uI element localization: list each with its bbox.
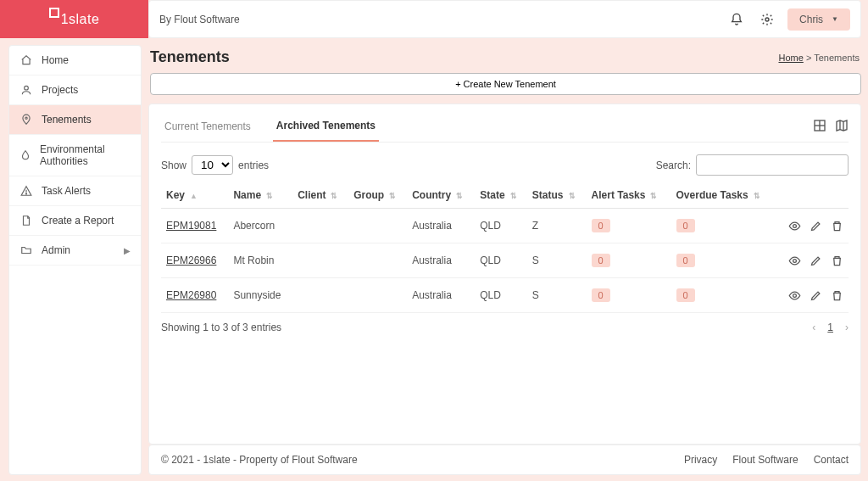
col-client[interactable]: Client⇅ <box>292 182 348 209</box>
view-button[interactable] <box>788 254 801 267</box>
edit-button[interactable] <box>810 289 822 302</box>
delete-button[interactable] <box>831 289 843 302</box>
svg-point-3 <box>25 193 26 194</box>
search-label: Search: <box>656 159 691 171</box>
map-view-button[interactable] <box>835 119 849 132</box>
sidebar-item-label: Task Alerts <box>42 185 91 197</box>
sidebar-item-task-alerts[interactable]: Task Alerts <box>9 176 141 206</box>
footer-privacy[interactable]: Privacy <box>684 454 717 466</box>
col-key[interactable]: Key▲ <box>161 182 228 209</box>
edit-button[interactable] <box>810 254 822 267</box>
sort-icon: ⇅ <box>266 192 273 200</box>
tenements-table: Key▲ Name⇅ Client⇅ Group⇅ Country⇅ State… <box>161 182 849 313</box>
show-prefix: Show <box>161 159 186 171</box>
home-icon <box>19 54 33 66</box>
row-status: S <box>527 278 587 313</box>
row-key-link[interactable]: EPM19081 <box>166 220 216 232</box>
pin-icon <box>19 114 33 126</box>
row-group <box>348 209 407 243</box>
prev-page[interactable]: ‹ <box>812 322 815 333</box>
brand-logo-mark <box>49 8 59 18</box>
row-name: Mt Robin <box>228 243 292 278</box>
table-info: Showing 1 to 3 of 3 entries <box>161 322 281 333</box>
col-alert[interactable]: Alert Tasks⇅ <box>587 182 671 209</box>
overdue-badge: 0 <box>676 219 695 232</box>
row-group <box>348 278 407 313</box>
entries-select[interactable]: 10 <box>192 155 233 175</box>
row-group <box>348 243 407 278</box>
brand-logo: 1slate <box>0 0 148 38</box>
sidebar-item-admin[interactable]: Admin ▶ <box>9 236 141 266</box>
row-client <box>292 278 348 313</box>
show-suffix: entries <box>238 159 269 171</box>
col-overdue[interactable]: Overdue Tasks⇅ <box>671 182 776 209</box>
sidebar-item-tenements[interactable]: Tenements <box>9 105 141 135</box>
row-status: S <box>527 243 587 278</box>
col-country[interactable]: Country⇅ <box>407 182 475 209</box>
notifications-button[interactable] <box>725 8 748 31</box>
search-input[interactable] <box>696 154 849 176</box>
edit-button[interactable] <box>810 220 822 232</box>
footer-contact[interactable]: Contact <box>814 454 849 466</box>
page-footer: © 2021 - 1slate - Property of Flout Soft… <box>148 445 861 475</box>
view-button[interactable] <box>788 289 801 302</box>
svg-point-11 <box>793 259 797 262</box>
table-row: EPM19081AbercornAustraliaQLDZ00 <box>161 209 849 243</box>
row-name: Sunnyside <box>228 278 292 313</box>
drop-icon <box>19 149 31 161</box>
row-country: Australia <box>407 278 475 313</box>
row-state: QLD <box>475 278 527 313</box>
user-menu[interactable]: Chris ▼ <box>787 8 850 31</box>
page-number[interactable]: 1 <box>827 322 833 333</box>
overdue-badge: 0 <box>676 254 695 267</box>
sidebar-item-home[interactable]: Home <box>9 46 141 76</box>
folder-icon <box>19 244 33 256</box>
breadcrumb: Home > Tenements <box>778 53 860 63</box>
row-client <box>292 209 348 243</box>
overdue-badge: 0 <box>676 288 695 302</box>
sidebar-item-label: Admin <box>42 244 70 256</box>
settings-button[interactable] <box>755 8 779 31</box>
sidebar-item-label: Tenements <box>42 114 92 126</box>
tab-current[interactable]: Current Tenements <box>161 115 254 141</box>
sort-icon: ⇅ <box>510 192 517 200</box>
col-group[interactable]: Group⇅ <box>348 182 407 209</box>
next-page[interactable]: › <box>845 322 849 333</box>
grid-icon <box>813 119 826 132</box>
row-state: QLD <box>475 209 527 243</box>
document-icon <box>19 215 33 227</box>
col-name[interactable]: Name⇅ <box>228 182 292 209</box>
sidebar-item-label: Home <box>42 54 69 66</box>
topbar-byline: By Flout Software <box>159 14 240 25</box>
tab-archived[interactable]: Archived Tenements <box>273 115 379 142</box>
breadcrumb-home[interactable]: Home <box>778 53 803 63</box>
sidebar-item-env-auth[interactable]: Environmental Authorities <box>9 135 141 176</box>
row-state: QLD <box>475 243 527 278</box>
sidebar-item-label: Environmental Authorities <box>40 143 131 167</box>
view-button[interactable] <box>788 220 801 232</box>
grid-view-button[interactable] <box>813 119 826 132</box>
sidebar-item-create-report[interactable]: Create a Report <box>9 206 141 236</box>
pager: ‹ 1 › <box>812 322 849 333</box>
create-tenement-button[interactable]: + Create New Tenement <box>150 73 861 95</box>
row-key-link[interactable]: EPM26966 <box>166 254 216 266</box>
sort-icon: ⇅ <box>456 192 463 200</box>
sort-icon: ⇅ <box>331 192 337 200</box>
sidebar-item-label: Create a Report <box>42 215 114 227</box>
alert-badge: 0 <box>592 219 610 232</box>
alert-icon <box>19 185 33 197</box>
delete-button[interactable] <box>831 254 843 267</box>
svg-point-0 <box>25 86 29 90</box>
sidebar: Home Projects Tenements <box>8 45 142 475</box>
col-status[interactable]: Status⇅ <box>527 182 587 209</box>
col-state[interactable]: State⇅ <box>475 182 527 209</box>
breadcrumb-current: Tenements <box>814 53 860 63</box>
page-title: Tenements <box>150 48 230 66</box>
caret-down-icon: ▼ <box>832 15 838 23</box>
table-row: EPM26980SunnysideAustraliaQLDS00 <box>161 278 849 313</box>
sidebar-item-label: Projects <box>42 84 78 96</box>
footer-flout[interactable]: Flout Software <box>732 454 798 466</box>
delete-button[interactable] <box>831 220 843 232</box>
sidebar-item-projects[interactable]: Projects <box>9 76 141 105</box>
row-key-link[interactable]: EPM26980 <box>166 289 216 301</box>
